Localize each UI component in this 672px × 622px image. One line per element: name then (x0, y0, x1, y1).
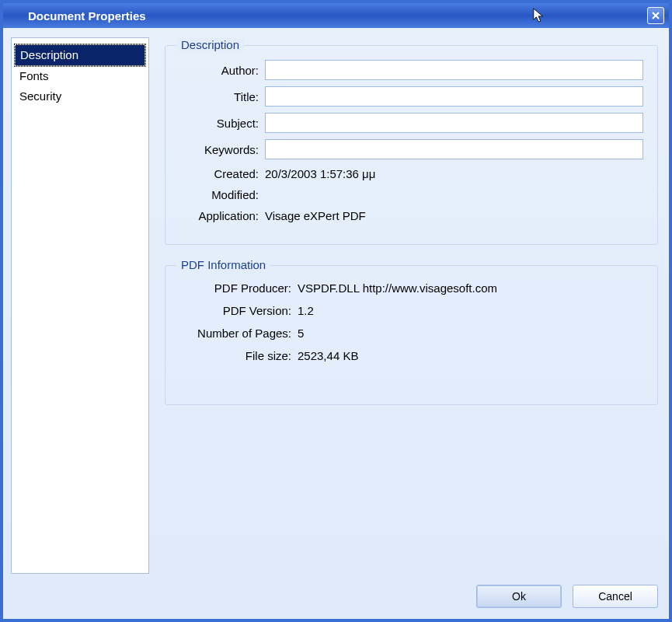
main-panel: Description Author: Title: Subject: (165, 37, 658, 574)
row-version: PDF Version: 1.2 (179, 302, 643, 319)
input-subject[interactable] (265, 113, 643, 133)
body-area: Description Fonts Security Description A… (11, 37, 658, 574)
sidebar-item-label: Description (20, 48, 78, 61)
row-title: Title: (179, 86, 643, 107)
button-row: Ok Cancel (11, 574, 658, 608)
value-modified (265, 194, 643, 197)
description-legend: Description (176, 38, 244, 51)
description-group: Description Author: Title: Subject: (165, 45, 658, 245)
label-modified: Modified: (179, 188, 265, 201)
window-title: Document Properties (28, 9, 146, 23)
pdf-info-legend: PDF Information (176, 258, 270, 271)
titlebar[interactable]: Document Properties (3, 3, 669, 28)
value-version: 1.2 (298, 302, 643, 319)
pdf-info-group: PDF Information PDF Producer: VSPDF.DLL … (165, 265, 658, 405)
row-filesize: File size: 2523,44 KB (179, 348, 643, 364)
input-keywords[interactable] (265, 139, 643, 159)
label-application: Application: (179, 209, 265, 222)
row-author: Author: (179, 60, 643, 80)
input-title[interactable] (265, 86, 643, 107)
document-properties-dialog: Document Properties Description Fonts (0, 0, 672, 622)
sidebar-item-label: Security (19, 89, 61, 103)
row-subject: Subject: (179, 113, 643, 133)
client-area: Description Fonts Security Description A… (3, 28, 669, 619)
label-author: Author: (179, 64, 265, 77)
sidebar-item-security[interactable]: Security (15, 86, 145, 107)
row-created: Created: 20/3/2003 1:57:36 μμ (179, 166, 643, 182)
ok-button[interactable]: Ok (476, 585, 562, 608)
value-pages: 5 (298, 325, 643, 341)
label-producer: PDF Producer: (179, 281, 298, 295)
value-application: Visage eXPert PDF (265, 208, 643, 224)
value-producer: VSPDF.DLL http://www.visagesoft.com (298, 280, 643, 296)
label-pages: Number of Pages: (179, 327, 298, 340)
label-title: Title: (179, 90, 265, 103)
titlebar-right (532, 7, 664, 24)
row-producer: PDF Producer: VSPDF.DLL http://www.visag… (179, 280, 643, 296)
label-subject: Subject: (179, 117, 265, 130)
input-author[interactable] (265, 60, 643, 80)
label-keywords: Keywords: (179, 143, 265, 156)
row-modified: Modified: (179, 188, 643, 201)
cancel-button[interactable]: Cancel (573, 585, 658, 608)
value-filesize: 2523,44 KB (298, 348, 643, 364)
sidebar-item-fonts[interactable]: Fonts (15, 66, 145, 86)
label-filesize: File size: (179, 349, 298, 362)
cursor-icon (532, 7, 546, 24)
row-application: Application: Visage eXPert PDF (179, 208, 643, 224)
sidebar-item-description[interactable]: Description (15, 44, 145, 66)
label-version: PDF Version: (179, 304, 298, 317)
close-icon (651, 11, 660, 20)
label-created: Created: (179, 167, 265, 180)
sidebar-item-label: Fonts (19, 69, 49, 82)
sidebar: Description Fonts Security (11, 37, 149, 574)
value-created: 20/3/2003 1:57:36 μμ (265, 166, 643, 182)
close-button[interactable] (647, 7, 664, 24)
row-pages: Number of Pages: 5 (179, 325, 643, 341)
row-keywords: Keywords: (179, 139, 643, 159)
